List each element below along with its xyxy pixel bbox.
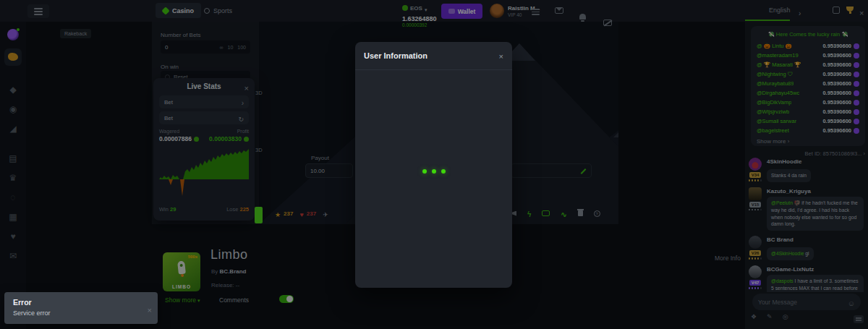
error-toast: Error Service error: [4, 292, 158, 324]
app: Casino Sports EOS 1.63264880 0.00000392 …: [0, 0, 868, 329]
loading-dots: [355, 169, 512, 174]
toast-title: Error: [13, 298, 149, 307]
toast-message: Service error: [13, 309, 149, 317]
toast-close-icon[interactable]: [148, 303, 152, 316]
modal-title: User Information: [364, 51, 427, 60]
modal-close-icon[interactable]: [499, 49, 503, 62]
user-information-modal: User Information: [355, 42, 512, 288]
